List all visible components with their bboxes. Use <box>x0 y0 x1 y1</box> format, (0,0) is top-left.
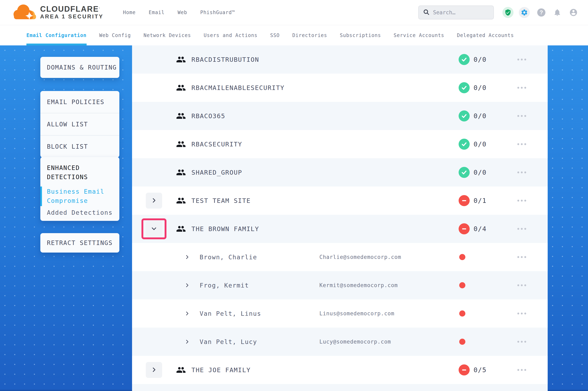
table-row: RBACO3650/0 <box>132 102 548 130</box>
ellipsis-dot <box>521 341 523 343</box>
ellipsis-dot <box>521 313 523 314</box>
sidebar-item-retract-settings[interactable]: RETRACT SETTINGS <box>40 233 119 253</box>
tab-email-configuration[interactable]: Email Configuration <box>26 25 87 45</box>
cloudflare-logo[interactable]: CLOUDFLARE’ AREA 1 SECURITY <box>11 2 104 23</box>
member-name: Van Pelt, Lucy <box>200 338 257 345</box>
brand-subtitle: AREA 1 SECURITY <box>40 13 104 20</box>
ellipsis-dot <box>524 228 526 230</box>
row-actions-ellipsis[interactable] <box>517 367 527 373</box>
chevron-right-icon[interactable] <box>184 339 190 344</box>
tab-network-devices[interactable]: Network Devices <box>144 25 191 45</box>
table-row: Van Pelt, LucyLucy@somedemocorp.com <box>132 328 548 356</box>
search-icon <box>423 8 430 16</box>
cloudflare-cloud-icon <box>11 2 38 23</box>
tab-directories[interactable]: Directories <box>292 25 327 45</box>
account-icon[interactable] <box>569 8 578 17</box>
collapse-group-button[interactable] <box>146 221 162 237</box>
active-item-indicator-bar <box>40 187 42 206</box>
tab-delegated-accounts[interactable]: Delegated Accounts <box>457 25 514 45</box>
group-name: SHARED_GROUP <box>191 169 242 176</box>
row-actions-ellipsis[interactable] <box>517 57 527 63</box>
row-actions-ellipsis[interactable] <box>517 85 527 91</box>
member-email: Kermit@somedemocorp.com <box>319 282 398 288</box>
table-row: Van Pelt, LinusLinus@somedemocorp.com <box>132 299 548 328</box>
table-row: Frog, KermitKermit@somedemocorp.com <box>132 271 548 299</box>
nav-phishguard[interactable]: PhishGuard™ <box>200 10 235 15</box>
tab-web-config[interactable]: Web Config <box>99 25 131 45</box>
ellipsis-dot <box>521 228 523 230</box>
chevron-right-icon <box>151 367 157 373</box>
sidebar-item-block-list[interactable]: BLOCK LIST <box>40 135 119 157</box>
ellipsis-dot <box>524 369 526 371</box>
nav-home[interactable]: Home <box>123 10 136 15</box>
sidebar-item-added-detections[interactable]: Added Detections <box>47 209 113 216</box>
row-actions-ellipsis[interactable] <box>517 170 527 176</box>
status-blocked-dot <box>459 282 465 288</box>
status-blocked-dot <box>459 339 465 345</box>
table-row: THE BROWN FAMILY0/4 <box>132 215 548 243</box>
ellipsis-dot <box>524 143 526 145</box>
status-blocked-badge <box>459 223 470 234</box>
chevron-right-icon[interactable] <box>184 283 190 288</box>
shield-check-icon[interactable] <box>502 7 513 18</box>
ellipsis-dot <box>517 115 519 117</box>
row-actions-ellipsis[interactable] <box>517 198 527 204</box>
row-actions-ellipsis[interactable] <box>517 283 527 288</box>
member-count: 0/0 <box>473 56 487 63</box>
global-search[interactable] <box>418 5 494 19</box>
ellipsis-dot <box>524 341 526 343</box>
nav-email[interactable]: Email <box>149 10 164 15</box>
chevron-right-icon[interactable] <box>184 254 190 260</box>
row-actions-ellipsis[interactable] <box>517 254 527 260</box>
sidebar-item-business-email-compromise[interactable]: Business Email Compromise <box>47 187 108 205</box>
ellipsis-dot <box>521 59 523 61</box>
ellipsis-dot <box>524 115 526 117</box>
member-count: 0/5 <box>473 366 487 374</box>
ellipsis-dot <box>524 285 526 286</box>
member-email: Lucy@somedemocorp.com <box>319 339 391 345</box>
left-sidebar-panel: DOMAINS & ROUTING EMAIL POLICIES ALLOW L… <box>0 45 132 391</box>
sidebar-item-domains-routing[interactable]: DOMAINS & ROUTING <box>40 57 119 78</box>
trademark-tick: ’ <box>99 7 100 11</box>
row-actions-ellipsis[interactable] <box>517 339 527 345</box>
ellipsis-dot <box>521 200 523 202</box>
status-enabled-badge <box>459 139 470 150</box>
ellipsis-dot <box>517 87 519 89</box>
row-actions-ellipsis[interactable] <box>517 141 527 147</box>
ellipsis-dot <box>524 59 526 61</box>
ellipsis-dot <box>517 341 519 343</box>
row-actions-ellipsis[interactable] <box>517 226 527 232</box>
tab-service-accounts[interactable]: Service Accounts <box>394 25 444 45</box>
group-name: RBACO365 <box>191 112 225 120</box>
bell-icon[interactable] <box>553 8 561 16</box>
tab-users-and-actions[interactable]: Users and Actions <box>204 25 258 45</box>
tab-subscriptions[interactable]: Subscriptions <box>340 25 381 45</box>
search-input[interactable] <box>433 9 485 16</box>
member-name: Frog, Kermit <box>200 282 249 289</box>
status-enabled-badge <box>459 54 470 65</box>
group-name: RBACSECURITY <box>191 140 242 148</box>
ellipsis-dot <box>521 143 523 145</box>
gear-icon[interactable] <box>519 7 530 18</box>
tab-sso[interactable]: SSO <box>270 25 280 45</box>
table-row: Brown, CharlieCharlie@somedemocorp.com <box>132 243 548 271</box>
status-enabled-badge <box>459 110 470 121</box>
sidebar-item-allow-list[interactable]: ALLOW LIST <box>40 113 119 135</box>
chevron-right-icon[interactable] <box>184 311 190 316</box>
group-name: THE JOE FAMILY <box>191 366 251 374</box>
help-icon[interactable]: ? <box>537 8 545 16</box>
ellipsis-dot <box>517 172 519 173</box>
nav-web[interactable]: Web <box>178 10 187 15</box>
row-actions-ellipsis[interactable] <box>517 113 527 119</box>
table-row: RBACMAILENABLESECURITY0/0 <box>132 74 548 102</box>
enhanced-detections-heading: ENHANCED DETECTIONS <box>47 163 108 182</box>
expand-group-button[interactable] <box>146 362 162 378</box>
status-blocked-dot <box>459 254 465 260</box>
expand-group-button[interactable] <box>146 193 162 208</box>
member-email: Linus@somedemocorp.com <box>319 310 394 316</box>
status-blocked-badge <box>459 195 470 206</box>
sidebar-item-email-policies[interactable]: EMAIL POLICIES <box>40 91 119 113</box>
group-people-icon <box>176 168 186 177</box>
row-actions-ellipsis[interactable] <box>517 311 527 316</box>
member-count: 0/0 <box>473 84 487 92</box>
